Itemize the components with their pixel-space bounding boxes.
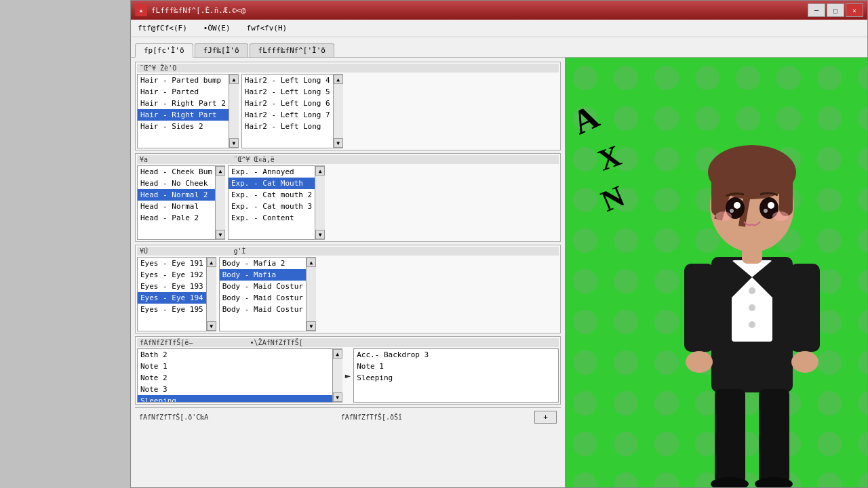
list-item[interactable]: Head - Pale 2 — [138, 212, 215, 224]
head-left-list[interactable]: Head - Cheek Bum Head - No Cheek Head - … — [137, 165, 216, 240]
list-item[interactable]: Note 2 — [138, 372, 332, 384]
acc-transfer-arrow[interactable]: ► — [342, 370, 353, 381]
list-item-selected[interactable]: Hair - Right Part — [138, 109, 229, 121]
head-right-scrollbar[interactable]: ▲ ▼ — [315, 165, 325, 240]
menu-edit[interactable]: •ÒW(E) — [201, 22, 233, 34]
scroll-up-arrow[interactable]: ▲ — [216, 166, 225, 176]
scroll-up-arrow[interactable]: ▲ — [229, 75, 239, 84]
menu-help[interactable]: fwf<fv(H) — [244, 22, 290, 34]
list-item[interactable]: Head - No Cheek — [138, 178, 215, 189]
accessories-section-content: Bath 2 Note 1 Note 2 Note 3 Sleeping ▲ — [137, 348, 559, 403]
svg-text:X: X — [593, 139, 625, 178]
scroll-down-arrow[interactable]: ▼ — [229, 138, 239, 148]
scroll-down-arrow[interactable]: ▼ — [333, 392, 342, 402]
list-item-selected[interactable]: Eyes - Eye 194 — [138, 292, 206, 304]
svg-point-29 — [730, 209, 734, 213]
menu-bar: ftf@fCf<(F) •ÒW(E) fwf<fv(H) — [131, 20, 867, 37]
scroll-down-arrow[interactable]: ▼ — [307, 321, 316, 331]
head-right-list[interactable]: Exp. - Annoyed Exp. - Cat Mouth Exp. - C… — [228, 165, 315, 240]
list-item-selected[interactable]: Sleeping — [138, 395, 332, 403]
svg-point-14 — [686, 351, 713, 373]
list-item[interactable]: Exp. - Cat mouth 3 — [229, 201, 315, 212]
list-item[interactable]: Head - Cheek Bum — [138, 166, 215, 178]
list-item[interactable]: Exp. - Cat mouth 2 — [229, 189, 315, 201]
scroll-down-arrow[interactable]: ▼ — [334, 138, 343, 148]
svg-point-9 — [749, 321, 755, 328]
body-right-scrollbar[interactable]: ▲ ▼ — [307, 257, 316, 331]
list-item[interactable]: Body - Maid Costur — [220, 292, 306, 304]
list-item[interactable]: Body - Maid Costur — [220, 304, 306, 315]
scroll-up-arrow[interactable]: ▲ — [307, 258, 316, 267]
scroll-track — [334, 84, 343, 138]
list-item[interactable]: Body - Mafia 2 — [220, 258, 306, 269]
tab-character-select[interactable]: fp[fc'Ì'ð — [135, 43, 193, 58]
scroll-up-arrow[interactable]: ▲ — [333, 349, 342, 359]
accessories-section-header: fAfNfZfTfŠ[ê— •\ŽAfNfZfTfŠ[ — [137, 338, 559, 347]
eyes-left-scrollbar[interactable]: ▲ ▼ — [207, 257, 216, 331]
scroll-down-arrow[interactable]: ▼ — [207, 321, 216, 331]
acc-left-list[interactable]: Bath 2 Note 1 Note 2 Note 3 Sleeping — [137, 348, 333, 403]
hair-right-scrollbar[interactable]: ▲ ▼ — [334, 74, 343, 148]
list-item[interactable]: Note 3 — [138, 384, 332, 395]
list-item[interactable]: Note 1 — [138, 361, 332, 372]
list-item[interactable]: Hair2 - Left Long 7 — [242, 109, 333, 121]
list-item[interactable]: Hair2 - Left Long — [242, 121, 333, 132]
left-panel: ¨Œ^¥ Žè'O Hair - Parted bump Hair - Part… — [131, 58, 565, 487]
window-title: fLfff‰fNf^[.È.ñ.Æ.©<@ — [151, 6, 245, 15]
list-item[interactable]: Bath 2 — [138, 349, 332, 361]
maximize-button[interactable]: □ — [827, 3, 844, 17]
hair-right-list[interactable]: Hair2 - Left Long 4 Hair2 - Left Long 5 … — [241, 74, 334, 148]
head-left-scrollbar[interactable]: ▲ ▼ — [216, 165, 225, 240]
list-item-selected[interactable]: Exp. - Cat Mouth — [229, 178, 315, 189]
list-item[interactable]: Sleeping — [354, 372, 558, 384]
hair-right-list-container: Hair2 - Left Long 4 Hair2 - Left Long 5 … — [241, 74, 343, 148]
main-window: ★ fLfff‰fNf^[.È.ñ.Æ.©<@ ─ □ ✕ ftf@fCf<(F… — [130, 0, 868, 488]
scroll-down-arrow[interactable]: ▼ — [216, 230, 225, 239]
list-item[interactable]: Acc.- Backdrop 3 — [354, 349, 558, 361]
list-item[interactable]: Eyes - Eye 193 — [138, 281, 206, 292]
list-item[interactable]: Note 1 — [354, 361, 558, 372]
scroll-track — [207, 267, 216, 321]
hair-left-list[interactable]: Hair - Parted bump Hair - Parted Hair - … — [137, 74, 229, 148]
tab-color-select[interactable]: fJf‰[Ì'ð — [195, 43, 248, 57]
list-item[interactable]: Exp. - Content — [229, 212, 315, 224]
list-item[interactable]: Hair2 - Left Long 4 — [242, 75, 333, 86]
menu-file[interactable]: ftf@fCf<(F) — [135, 22, 190, 34]
acc-left-scrollbar[interactable]: ▲ ▼ — [333, 348, 342, 403]
list-item[interactable]: Eyes - Eye 195 — [138, 304, 206, 315]
list-item[interactable]: Hair - Parted bump — [138, 75, 229, 86]
bottom-bar: fAfNfZfTfŠ[.ð'C‰A fAfNfZfTfŠ[.ðŠî + — [135, 407, 561, 426]
list-item[interactable]: Hair - Right Part 2 — [138, 98, 229, 109]
scroll-track — [229, 84, 239, 138]
preview-panel: fvfŒfrrf_[ A X — [565, 58, 867, 487]
list-item[interactable]: Hair - Parted — [138, 86, 229, 98]
list-item[interactable]: Hair2 - Left Long 6 — [242, 98, 333, 109]
close-button[interactable]: ✕ — [846, 3, 863, 17]
scroll-up-arrow[interactable]: ▲ — [334, 75, 343, 84]
scroll-up-arrow[interactable]: ▲ — [315, 166, 325, 176]
head-section-header: ¥a ¨Œ^¥ Œ¤ã,ë — [137, 155, 559, 164]
bottom-label-right: fAfNfZfTfŠ[.ðŠî — [341, 413, 402, 421]
title-bar-left: ★ fLfff‰fNf^[.È.ñ.Æ.©<@ — [135, 4, 245, 16]
list-item[interactable]: Hair2 - Left Long 5 — [242, 86, 333, 98]
body-right-list[interactable]: Body - Mafia 2 Body - Mafia Body - Maid … — [219, 257, 307, 331]
minimize-button[interactable]: ─ — [808, 3, 825, 17]
list-item[interactable]: Body - Maid Costur — [220, 281, 306, 292]
list-item[interactable]: Hair - Sides 2 — [138, 121, 229, 132]
list-item[interactable]: Eyes - Eye 192 — [138, 269, 206, 281]
list-item-selected[interactable]: Head - Normal 2 — [138, 189, 215, 201]
acc-right-list[interactable]: Acc.- Backdrop 3 Note 1 Sleeping — [353, 348, 559, 403]
add-button[interactable]: + — [534, 411, 557, 424]
list-item[interactable]: Eyes - Eye 191 — [138, 258, 206, 269]
scroll-up-arrow[interactable]: ▲ — [207, 258, 216, 267]
list-item[interactable]: Head - Normal — [138, 201, 215, 212]
list-item-selected[interactable]: Body - Mafia — [220, 269, 306, 281]
head-header-left: ¥a — [140, 156, 148, 163]
list-item[interactable]: Exp. - Annoyed — [229, 166, 315, 178]
scroll-down-arrow[interactable]: ▼ — [315, 230, 325, 239]
accessories-section: fAfNfZfTfŠ[ê— •\ŽAfNfZfTfŠ[ Bath 2 Note … — [135, 336, 561, 405]
acc-header-left: fAfNfZfTfŠ[ê— — [140, 339, 193, 346]
hair-left-scrollbar[interactable]: ▲ ▼ — [229, 74, 239, 148]
tab-character-detail[interactable]: fLfff‰fNf^['Ì'ð — [250, 43, 334, 57]
eyes-left-list[interactable]: Eyes - Eye 191 Eyes - Eye 192 Eyes - Eye… — [137, 257, 207, 331]
